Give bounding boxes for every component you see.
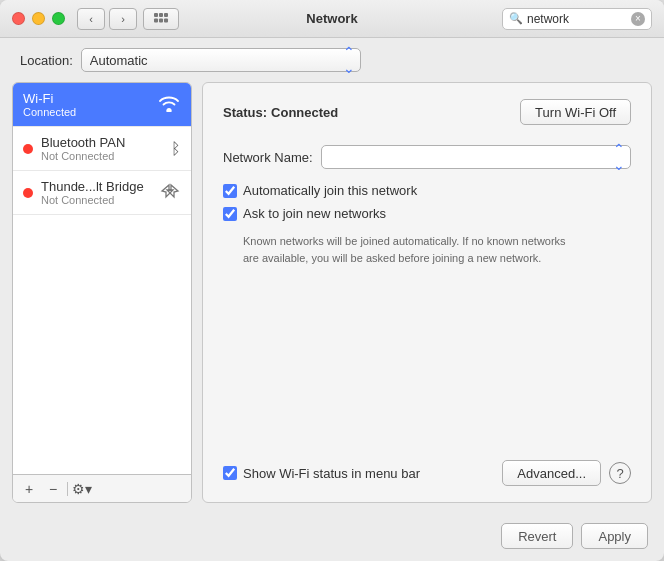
grid-button[interactable] [143,8,179,30]
status-row: Status: Connected Turn Wi-Fi Off [223,99,631,125]
grid-icon [153,12,169,26]
add-network-button[interactable]: + [17,479,41,499]
maximize-button[interactable] [52,12,65,25]
back-button[interactable]: ‹ [77,8,105,30]
ask-join-checkbox[interactable] [223,207,237,221]
svg-rect-0 [154,13,158,17]
search-icon: 🔍 [509,12,523,25]
sidebar-bluetooth-status: Not Connected [41,150,171,162]
auto-join-row: Automatically join this network [223,183,631,198]
svg-rect-2 [164,13,168,17]
network-name-label: Network Name: [223,150,313,165]
gear-icon: ⚙▾ [72,481,92,497]
status-left: Status: Connected [223,105,338,120]
auto-join-checkbox[interactable] [223,184,237,198]
help-button[interactable]: ? [609,462,631,484]
bottom-bar: Show Wi-Fi status in menu bar Advanced..… [223,448,631,486]
show-wifi-checkbox[interactable] [223,466,237,480]
sidebar-thunderbolt-status: Not Connected [41,194,159,206]
location-select-wrapper: Automatic Edit Locations... ⌃⌄ [81,48,361,72]
minimize-button[interactable] [32,12,45,25]
sidebar-thunderbolt-name: Thunde...lt Bridge [41,179,159,194]
advanced-button[interactable]: Advanced... [502,460,601,486]
svg-rect-5 [164,18,168,22]
show-wifi-label[interactable]: Show Wi-Fi status in menu bar [243,466,420,481]
network-name-row: Network Name: ⌃⌄ [223,145,631,169]
remove-network-button[interactable]: − [41,479,65,499]
search-clear-button[interactable]: × [631,12,645,26]
turn-wifi-off-button[interactable]: Turn Wi-Fi Off [520,99,631,125]
search-input[interactable] [527,12,627,26]
sidebar-list: Wi-Fi Connected [13,83,191,474]
close-button[interactable] [12,12,25,25]
wifi-icon [157,94,181,116]
location-label: Location: [20,53,73,68]
sidebar-wifi-status: Connected [23,106,157,118]
search-box[interactable]: 🔍 × [502,8,652,30]
network-name-select[interactable] [321,145,631,169]
remove-icon: − [49,481,57,497]
sidebar: Wi-Fi Connected [12,82,192,503]
sidebar-wifi-name: Wi-Fi [23,91,157,106]
toolbar-separator [67,482,68,496]
location-select[interactable]: Automatic Edit Locations... [81,48,361,72]
location-bar: Location: Automatic Edit Locations... ⌃⌄ [0,38,664,82]
svg-rect-4 [159,18,163,22]
sidebar-wifi-text: Wi-Fi Connected [23,91,157,118]
bottom-right-buttons: Advanced... ? [502,460,631,486]
apply-button[interactable]: Apply [581,523,648,549]
ask-join-row: Ask to join new networks [223,206,631,221]
svg-rect-3 [154,18,158,22]
sidebar-bluetooth-text: Bluetooth PAN Not Connected [41,135,171,162]
forward-button[interactable]: › [109,8,137,30]
forward-icon: › [121,13,125,25]
sidebar-toolbar: + − ⚙▾ [13,474,191,502]
sidebar-item-wifi[interactable]: Wi-Fi Connected [13,83,191,127]
svg-rect-1 [159,13,163,17]
status-value: Connected [271,105,338,120]
sidebar-bluetooth-name: Bluetooth PAN [41,135,171,150]
add-icon: + [25,481,33,497]
sidebar-item-thunderbolt[interactable]: Thunde...lt Bridge Not Connected [13,171,191,215]
traffic-lights [12,12,65,25]
window-footer: Revert Apply [0,515,664,561]
window-title: Network [306,11,357,26]
bluetooth-status-dot [23,144,33,154]
right-panel: Status: Connected Turn Wi-Fi Off Network… [202,82,652,503]
back-icon: ‹ [89,13,93,25]
main-window: ‹ › Network 🔍 × Location: [0,0,664,561]
revert-button[interactable]: Revert [501,523,573,549]
main-content: Wi-Fi Connected [0,82,664,515]
titlebar: ‹ › Network 🔍 × [0,0,664,38]
sidebar-item-bluetooth[interactable]: Bluetooth PAN Not Connected ᛒ [13,127,191,171]
sidebar-thunderbolt-text: Thunde...lt Bridge Not Connected [41,179,159,206]
show-wifi-row: Show Wi-Fi status in menu bar [223,466,420,481]
nav-buttons: ‹ › [77,8,137,30]
thunderbolt-icon [159,183,181,202]
bluetooth-icon: ᛒ [171,140,181,158]
network-name-select-wrapper: ⌃⌄ [321,145,631,169]
ask-join-label[interactable]: Ask to join new networks [243,206,386,221]
settings-button[interactable]: ⚙▾ [70,479,94,499]
status-label: Status: [223,105,267,120]
thunderbolt-status-dot [23,188,33,198]
auto-join-label[interactable]: Automatically join this network [243,183,417,198]
helper-text: Known networks will be joined automatica… [243,233,583,266]
